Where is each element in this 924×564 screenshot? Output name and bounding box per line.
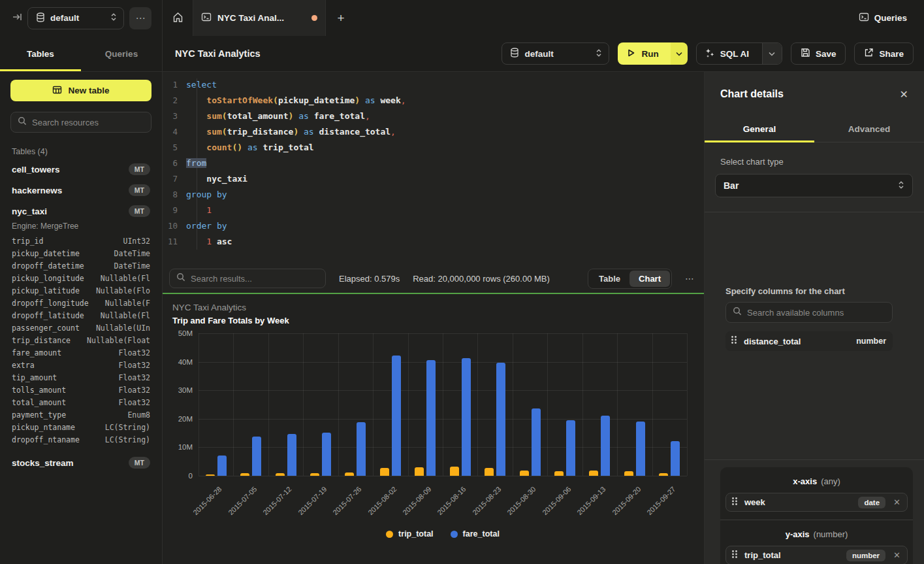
table-list-item[interactable]: hackernewsMT bbox=[10, 180, 151, 201]
resource-search[interactable] bbox=[10, 112, 151, 133]
x-axis-item-week[interactable]: weekdate✕ bbox=[725, 493, 908, 512]
results-search-input[interactable] bbox=[191, 274, 319, 284]
y-tick-label: 40M bbox=[163, 358, 193, 366]
column-row: pickup_latitudeNullable(Flo bbox=[10, 284, 151, 297]
bar-group bbox=[582, 333, 617, 476]
view-toggle-table[interactable]: Table bbox=[590, 271, 629, 287]
axis-item-name: trip_total bbox=[744, 550, 840, 560]
drag-handle-icon[interactable] bbox=[731, 335, 737, 347]
run-button-label: Run bbox=[641, 49, 658, 59]
trip_total-bar bbox=[520, 471, 529, 476]
code-token: ( bbox=[222, 127, 227, 137]
columns-section-label: Specify columns for the chart bbox=[725, 286, 845, 296]
resource-search-input[interactable] bbox=[32, 118, 144, 127]
fare_total-bar bbox=[392, 356, 401, 476]
share-button[interactable]: Share bbox=[854, 42, 914, 65]
sidebar-tab-queries[interactable]: Queries bbox=[81, 36, 162, 71]
app-body: New table Tables (4) cell_towersMThacker… bbox=[0, 72, 924, 564]
column-type: UInt32 bbox=[123, 237, 150, 246]
bar-group bbox=[408, 333, 443, 476]
code-line: 9 1 bbox=[163, 203, 704, 218]
top-bar-right: Queries bbox=[859, 0, 924, 36]
remove-column-button[interactable]: ✕ bbox=[892, 497, 902, 507]
column-row: pickup_datetimeDateTime bbox=[10, 247, 151, 259]
sidebar-tab-tables[interactable]: Tables bbox=[0, 36, 81, 71]
new-table-button[interactable]: New table bbox=[10, 80, 151, 101]
chart-type-select[interactable]: Bar bbox=[715, 174, 913, 197]
table-list-item[interactable]: stocks_streamMT bbox=[10, 452, 151, 473]
x-tick-label: 2015-08-16 bbox=[428, 485, 468, 525]
query-tab[interactable]: NYC Taxi Anal... bbox=[193, 0, 326, 36]
bar-group bbox=[268, 333, 303, 476]
code-token: as bbox=[298, 127, 319, 137]
run-options-caret[interactable] bbox=[671, 42, 688, 65]
code-token: week bbox=[380, 95, 400, 105]
home-button[interactable] bbox=[163, 0, 193, 36]
chart-details-body: Select chart type Bar Specify columns fo… bbox=[705, 142, 924, 564]
fare_total-bar bbox=[671, 441, 680, 476]
column-type: Nullable(Flo bbox=[96, 286, 150, 295]
run-database-selector[interactable]: default bbox=[502, 42, 609, 65]
column-type: Float32 bbox=[119, 361, 150, 370]
table-list-item[interactable]: cell_towersMT bbox=[10, 159, 151, 180]
sql-editor[interactable]: 1select2 toStartOfWeek(pickup_datetime) … bbox=[163, 72, 704, 264]
columns-search[interactable] bbox=[725, 302, 893, 323]
code-token bbox=[186, 95, 206, 105]
legend-dot bbox=[386, 531, 393, 538]
close-panel-button[interactable]: ✕ bbox=[900, 88, 908, 101]
sql-ai-caret[interactable] bbox=[762, 43, 782, 64]
column-name: tip_amount bbox=[12, 373, 57, 382]
code-token: sum bbox=[206, 111, 221, 121]
code-text: order by bbox=[186, 218, 227, 234]
run-button[interactable]: Run bbox=[618, 42, 687, 65]
fare_total-bar bbox=[287, 434, 296, 476]
bar-group bbox=[652, 333, 687, 476]
view-toggle-chart[interactable]: Chart bbox=[629, 271, 670, 287]
remove-column-button[interactable]: ✕ bbox=[892, 550, 902, 560]
x-tick-label: 2015-07-05 bbox=[218, 485, 258, 525]
save-button-label: Save bbox=[816, 49, 836, 59]
fare_total-bar bbox=[462, 358, 471, 476]
results-more-button[interactable]: ⋯ bbox=[685, 273, 695, 284]
column-name: pickup_datetime bbox=[12, 249, 80, 258]
code-text: sum(trip_distance) as distance_total, bbox=[186, 124, 396, 140]
y-axis-item-trip_total[interactable]: trip_totalnumber✕ bbox=[725, 546, 908, 564]
drag-handle-icon[interactable] bbox=[731, 497, 738, 508]
code-token: ( bbox=[222, 111, 227, 121]
collapse-sidebar-button[interactable] bbox=[12, 12, 22, 24]
chart-details-header: Chart details ✕ bbox=[705, 72, 924, 116]
new-tab-button[interactable]: + bbox=[326, 0, 356, 36]
database-selector[interactable]: default bbox=[27, 7, 124, 29]
tab-general[interactable]: General bbox=[705, 116, 814, 142]
table-icon bbox=[52, 85, 62, 97]
code-token: () bbox=[232, 142, 242, 152]
home-icon bbox=[172, 12, 183, 25]
tab-advanced[interactable]: Advanced bbox=[814, 116, 924, 142]
code-token: pickup_datetime bbox=[278, 95, 355, 105]
results-search[interactable] bbox=[169, 269, 326, 288]
tab-strip: NYC Taxi Anal... + bbox=[163, 0, 859, 36]
trip_total-bar bbox=[450, 467, 459, 476]
save-button[interactable]: Save bbox=[791, 42, 846, 65]
column-type: Float32 bbox=[119, 398, 150, 407]
table-name: hackernews bbox=[12, 186, 62, 195]
code-text: toStartOfWeek(pickup_datetime) as week, bbox=[186, 93, 406, 108]
columns-search-input[interactable] bbox=[747, 308, 885, 318]
column-name: dropoff_longitude bbox=[12, 299, 89, 308]
drag-handle-icon[interactable] bbox=[731, 550, 738, 561]
column-type: Float32 bbox=[119, 373, 150, 382]
line-number: 2 bbox=[163, 93, 186, 108]
fare_total-bar bbox=[496, 363, 505, 476]
y-tick-label: 50M bbox=[163, 329, 193, 337]
terminal-icon bbox=[201, 12, 212, 25]
column-name: pickup_ntaname bbox=[12, 423, 75, 432]
trip_total-bar bbox=[380, 468, 389, 476]
queries-button[interactable]: Queries bbox=[859, 12, 907, 24]
line-number: 1 bbox=[163, 77, 186, 93]
table-list-item[interactable]: nyc_taxiMT bbox=[10, 201, 151, 222]
sidebar-more-button[interactable]: ⋯ bbox=[129, 7, 151, 29]
available-column-distance-total[interactable]: distance_total number bbox=[725, 331, 893, 351]
new-table-label: New table bbox=[68, 86, 109, 95]
sql-ai-button[interactable]: SQL AI bbox=[696, 42, 782, 65]
ellipsis-icon: ⋯ bbox=[685, 273, 695, 284]
